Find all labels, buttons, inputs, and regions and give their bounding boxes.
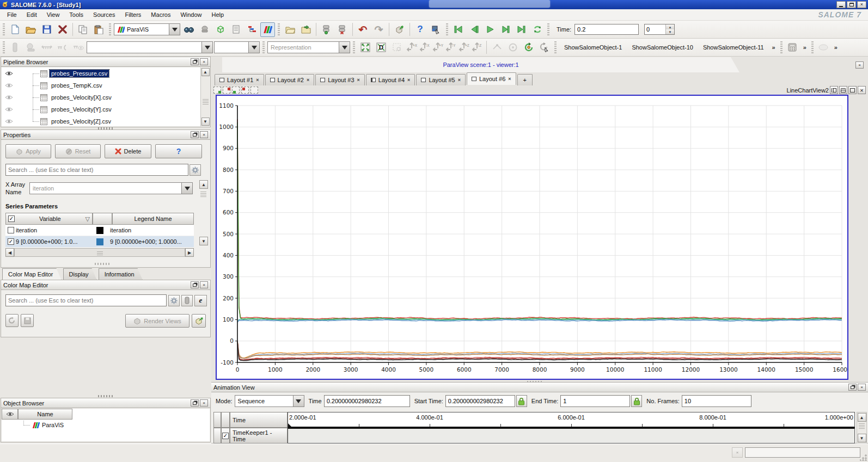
scrollbar-grip[interactable]: [200, 191, 206, 197]
pipeline-item[interactable]: probes_Velocity[X].csv: [2, 91, 200, 103]
pipeline-item-label[interactable]: probes_TempK.csv: [50, 82, 104, 89]
render-views-button[interactable]: Render Views: [125, 314, 190, 328]
connect-server-button[interactable]: [319, 22, 334, 37]
tab-layout2[interactable]: Layout #2×: [265, 74, 315, 85]
new-document-button[interactable]: [8, 22, 22, 37]
pipeline-item[interactable]: probes_Pressure.csv: [2, 67, 200, 79]
timekeeper-track[interactable]: [288, 428, 855, 443]
float-panel-button[interactable]: [191, 131, 199, 138]
line-chart[interactable]: -100010020030040050060070080090010001100…: [217, 96, 847, 379]
disconnect-server-button[interactable]: [335, 22, 350, 37]
timekeeper-checkbox[interactable]: ✓: [222, 433, 229, 439]
close-panel-button[interactable]: ×: [200, 399, 208, 406]
scroll-down-button[interactable]: ▼: [201, 118, 210, 126]
dump-view-icon[interactable]: [213, 87, 221, 94]
toolbar-handle[interactable]: [547, 23, 549, 35]
line-chart-view[interactable]: -100010020030040050060070080090010001100…: [216, 95, 848, 380]
object-browser-item[interactable]: ParaViS: [2, 420, 210, 430]
close-tab-icon[interactable]: ×: [407, 77, 410, 83]
start-time-input[interactable]: [445, 395, 515, 407]
scroll-down-button[interactable]: ▼: [199, 237, 208, 245]
color-map-editor-titlebar[interactable]: Color Map Editor ×: [1, 280, 210, 290]
search-options-gear-icon[interactable]: [168, 295, 180, 306]
close-button[interactable]: ×: [857, 1, 866, 8]
edit-colormap-button[interactable]: e: [194, 295, 207, 306]
dock-tab-color-map-editor[interactable]: Color Map Editor: [2, 268, 62, 280]
properties-help-button[interactable]: ?: [155, 144, 202, 158]
free-rotate-button[interactable]: [537, 40, 552, 55]
properties-titlebar[interactable]: Properties ×: [1, 130, 210, 140]
toolbar-handle[interactable]: [278, 23, 280, 35]
object-browser-titlebar[interactable]: Object Browser ×: [1, 398, 210, 408]
time-track-header[interactable]: Time: [230, 412, 288, 428]
frames-input[interactable]: [682, 395, 751, 407]
animation-view-titlebar[interactable]: Animation View ×: [211, 383, 868, 392]
close-study-button[interactable]: [55, 22, 70, 37]
tab-layout1[interactable]: Layout #1×: [215, 74, 264, 85]
maximize-view-button[interactable]: [848, 86, 857, 94]
select-all-checkbox[interactable]: ✓: [8, 215, 15, 222]
legend-column-header[interactable]: Legend Name: [112, 213, 194, 225]
menu-file[interactable]: File: [2, 10, 22, 19]
new-layout-tab-button[interactable]: +: [517, 74, 533, 85]
menu-help[interactable]: Help: [207, 10, 229, 19]
current-time-marker[interactable]: [288, 423, 291, 427]
name-column-header[interactable]: Name: [18, 409, 72, 420]
series-row[interactable]: iterationiteration: [5, 225, 194, 236]
toolbar-overflow-chevron[interactable]: »: [801, 44, 809, 51]
macro-button-showsalomeobject-11[interactable]: ShowSalomeObject-11: [698, 41, 769, 53]
toolbar-overflow-chevron[interactable]: »: [832, 44, 840, 51]
play-button[interactable]: [482, 22, 497, 37]
geometry-module-icon[interactable]: [213, 22, 228, 37]
x-array-name-selector[interactable]: iteration: [29, 182, 193, 194]
spin-down-icon[interactable]: ▼: [666, 29, 674, 34]
update-colormap-button[interactable]: [5, 314, 19, 327]
color-column-header[interactable]: [93, 213, 112, 225]
redo-button[interactable]: ↷: [371, 22, 386, 37]
save-study-button[interactable]: [39, 22, 54, 37]
colormap-search-input[interactable]: [5, 294, 167, 306]
tab-layout3[interactable]: Layout #3×: [315, 74, 365, 85]
toolbar-handle[interactable]: [109, 23, 111, 35]
export-to-paraview-button[interactable]: [392, 22, 407, 37]
tab-layout4[interactable]: Layout #4×: [366, 74, 415, 85]
search-binoculars-icon[interactable]: [181, 22, 196, 37]
series-parameters-table[interactable]: ✓Variable▽Legend Nameiterationiteration✓…: [5, 213, 194, 248]
select-view-icon[interactable]: [250, 87, 258, 94]
scroll-up-button[interactable]: ▲: [199, 180, 208, 189]
pipeline-item-label[interactable]: probes_Pressure.csv: [50, 70, 109, 77]
visibility-eye-icon[interactable]: [2, 71, 16, 76]
float-panel-button[interactable]: [191, 281, 199, 288]
scroll-up-button[interactable]: ▲: [858, 413, 866, 422]
close-tab-icon[interactable]: ×: [256, 77, 259, 83]
loop-button[interactable]: [530, 22, 545, 37]
visibility-eye-icon[interactable]: [2, 107, 16, 112]
macro-button-showsalomeobject-10[interactable]: ShowSalomeObject-10: [627, 41, 698, 53]
spin-up-icon[interactable]: ▲: [666, 24, 674, 29]
variable-column-header[interactable]: ✓Variable▽: [5, 213, 93, 225]
menu-macros[interactable]: Macros: [146, 10, 175, 19]
mode-selector[interactable]: Sequence: [235, 395, 304, 407]
close-tab-icon[interactable]: ×: [508, 76, 511, 82]
close-scene-button[interactable]: ×: [855, 61, 864, 69]
frame-input[interactable]: [645, 24, 665, 34]
time-input[interactable]: [574, 24, 639, 35]
toolbar-handle[interactable]: [3, 41, 5, 53]
menu-window[interactable]: Window: [175, 10, 206, 19]
reset-camera-button[interactable]: [358, 40, 372, 55]
pipeline-item-label[interactable]: probes_Velocity[Y].csv: [50, 106, 113, 113]
menu-sources[interactable]: Sources: [88, 10, 120, 19]
lock-end-time-icon[interactable]: [631, 395, 642, 407]
close-panel-button[interactable]: ×: [200, 131, 208, 138]
auto-apply-button[interactable]: [192, 314, 206, 328]
toolbar-handle[interactable]: [780, 41, 783, 53]
maximize-button[interactable]: [847, 1, 856, 8]
load-state-button[interactable]: [298, 22, 313, 37]
close-panel-button[interactable]: ×: [200, 281, 208, 288]
split-horizontal-button[interactable]: [830, 86, 838, 94]
close-panel-button[interactable]: ×: [858, 384, 866, 391]
module-selector-dropdown[interactable]: [169, 24, 180, 35]
toolbar-handle[interactable]: [811, 41, 814, 53]
help-button[interactable]: ?: [413, 22, 427, 37]
toolbar-handle[interactable]: [262, 41, 265, 53]
